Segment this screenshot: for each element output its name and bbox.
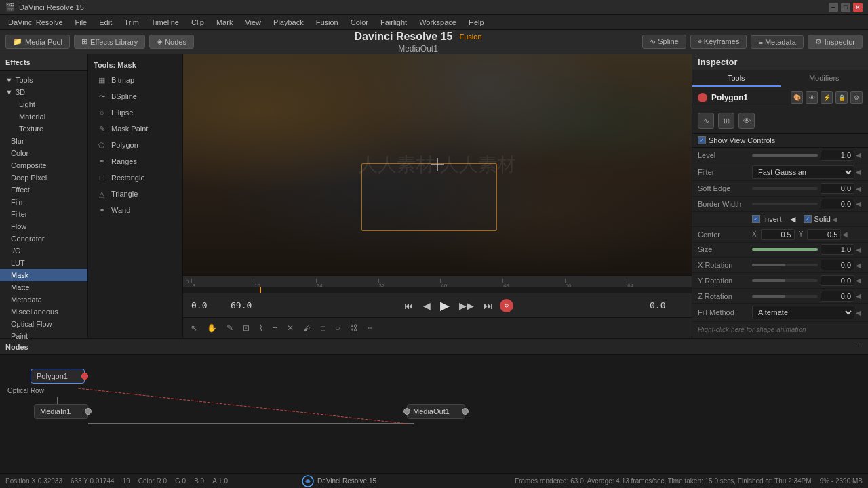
tool-item-color[interactable]: Color [0,147,87,159]
center-arrow[interactable]: ◀ [841,230,849,238]
fillmethod-arrow[interactable]: ◀ [854,309,863,317]
mask-item-polygon[interactable]: ⬠ Polygon [88,137,182,153]
zrot-slider[interactable] [752,295,818,298]
zrot-arrow[interactable]: ◀ [854,292,863,300]
vtool-addpoint[interactable]: + [269,322,281,334]
menu-item-timeline[interactable]: Timeline [146,17,184,28]
tool-item-light[interactable]: Light [0,98,87,110]
tool-item-texture[interactable]: Texture [0,123,87,135]
menu-item-color[interactable]: Color [345,17,374,28]
center-y-value[interactable]: 0.5 [807,229,841,240]
filter-select[interactable]: Fast Gaussian [752,165,854,179]
menu-item-davinci-resolve[interactable]: DaVinci Resolve [3,17,68,28]
tab-tools[interactable]: Tools [692,70,781,87]
shape-anim-hint[interactable]: Right-click here for shape animation [692,322,868,338]
invert-checkbox[interactable]: ✓ [752,215,760,223]
tool-item-deeppixel[interactable]: Deep Pixel [0,171,87,184]
yrot-value[interactable]: 0.0 [821,275,854,286]
tool-item-flow[interactable]: Flow [0,220,87,232]
tool-item-mask[interactable]: Mask [0,269,87,281]
show-view-checkbox[interactable]: ✓ [698,136,706,144]
3d-expand[interactable]: ▼ 3D [0,86,87,98]
prev-frame-button[interactable]: ◀ [420,298,433,314]
inspector-button[interactable]: ⚙ Inspector [808,35,863,49]
mediain1-node[interactable]: MediaIn1 [34,404,88,419]
tool-item-composite[interactable]: Composite [0,159,87,171]
menu-item-fusion[interactable]: Fusion [311,17,344,28]
maximize-button[interactable]: □ [841,3,850,12]
xrot-slider[interactable] [752,264,818,266]
node-color-btn[interactable]: 🎨 [791,92,803,104]
keyframes-button[interactable]: ⌖ Keyframes [690,35,747,49]
tools-expand[interactable]: ▼ Tools [0,74,87,86]
fillmethod-select[interactable]: Alternate [752,306,854,319]
nodes-options-btn[interactable]: ⋯ [855,342,863,351]
mask-item-ranges[interactable]: ≡ Ranges [88,153,182,169]
mask-item-maskpaint[interactable]: ✎ Mask Paint [88,121,182,137]
minimize-button[interactable]: ─ [829,3,838,12]
yrot-slider[interactable] [752,279,818,282]
menu-item-clip[interactable]: Clip [186,17,210,28]
vtool-delete[interactable]: ✕ [283,322,297,334]
level-value[interactable]: 1.0 [821,150,854,161]
borderwidth-arrow[interactable]: ◀ [854,200,863,207]
node-lock-btn[interactable]: 🔒 [835,92,848,104]
softedge-slider[interactable] [752,187,818,190]
vtool-snap[interactable]: ⌖ [364,322,376,334]
vtool-link[interactable]: ⛓ [347,322,361,334]
softedge-value[interactable]: 0.0 [821,183,854,194]
tool-item-optflow[interactable]: Optical Flow [0,318,87,330]
menu-item-view[interactable]: View [239,17,267,28]
vtool-rect[interactable]: □ [317,322,329,334]
menu-item-mark[interactable]: Mark [211,17,238,28]
tool-item-lut[interactable]: LUT [0,257,87,269]
xrot-arrow[interactable]: ◀ [854,262,863,269]
menu-item-workspace[interactable]: Workspace [414,17,462,28]
menu-item-help[interactable]: Help [463,17,490,28]
yrot-arrow[interactable]: ◀ [854,277,863,284]
borderwidth-value[interactable]: 0.0 [821,199,854,209]
vtool-select[interactable]: ⊡ [239,322,253,334]
node-cache-btn[interactable]: ⚡ [821,92,833,104]
mask-item-triangle[interactable]: △ Triangle [88,186,182,202]
tool-item-effect[interactable]: Effect [0,184,87,196]
zrot-value[interactable]: 0.0 [821,291,854,302]
tool-item-metadata[interactable]: Metadata [0,293,87,306]
mask-item-rectangle[interactable]: □ Rectangle [88,169,182,186]
mask-item-bitmap[interactable]: ▦ Bitmap [88,72,182,88]
filter-arrow[interactable]: ◀ [854,168,863,176]
spline-button[interactable]: ∿ Spline [642,35,686,49]
media-pool-button[interactable]: 📁 Media Pool [5,35,70,49]
menu-item-file[interactable]: File [70,17,93,28]
vtool-circle[interactable]: ○ [332,322,343,334]
mask-ctrl-1[interactable]: ∿ [698,113,714,129]
size-slider[interactable] [752,248,818,251]
menu-item-trim[interactable]: Trim [119,17,144,28]
play-button[interactable]: ▶ [437,296,452,316]
tool-item-matte[interactable]: Matte [0,281,87,293]
nodes-button[interactable]: ◈ Nodes [149,35,194,49]
level-slider[interactable] [752,154,818,157]
xrot-value[interactable]: 0.0 [821,260,854,270]
mask-item-ellipse[interactable]: ○ Ellipse [88,104,182,121]
menu-item-edit[interactable]: Edit [94,17,117,28]
vtool-paint[interactable]: 🖌 [300,322,315,334]
borderwidth-slider[interactable] [752,203,818,205]
vtool-pen[interactable]: ✎ [223,322,237,334]
close-button[interactable]: ✕ [853,3,863,12]
center-x-value[interactable]: 0.5 [761,229,795,240]
mediaout1-node[interactable]: MediaOut1 [407,404,465,419]
size-arrow[interactable]: ◀ [854,246,863,253]
tool-item-misc[interactable]: Miscellaneous [0,306,87,318]
solid-checkbox[interactable]: ✓ [804,215,812,223]
mask-ctrl-3[interactable]: 👁 [738,113,755,129]
invert-arrow[interactable]: ◀ [831,216,839,223]
tool-item-filter[interactable]: Filter [0,208,87,220]
menu-item-playback[interactable]: Playback [268,17,309,28]
nodes-area[interactable]: Optical Row Polygon1 MediaIn1 MediaOut1 [0,355,868,473]
vtool-pointer[interactable]: ↖ [187,322,201,334]
softedge-arrow[interactable]: ◀ [854,185,863,192]
vtool-hand[interactable]: ✋ [203,322,220,334]
vtool-bspline[interactable]: ⌇ [256,322,267,334]
next-frame-button[interactable]: ▶▶ [456,298,477,314]
